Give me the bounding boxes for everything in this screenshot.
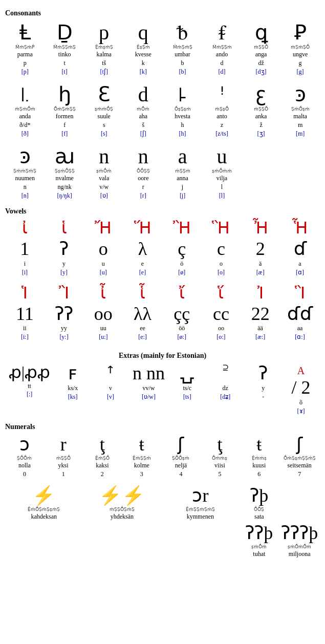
latin-name: vilja — [203, 174, 241, 183]
letter: ž — [243, 121, 279, 130]
ipa: [ɑ:] — [281, 333, 319, 341]
tengwar-glyph: ʃ — [280, 435, 319, 455]
tengwar-name: ṁṢṣṒ — [203, 106, 241, 113]
tengwar-name: ṁṒṁ — [125, 106, 162, 113]
table-cell: Ἱ — [5, 283, 45, 303]
tengwar-glyph: ꜑ — [6, 83, 44, 106]
latin-name: formen — [46, 112, 83, 121]
tengwar-glyph: ꜫ — [243, 83, 279, 106]
table-cell: ꝓ|ꝓꝓ tt [:] — [5, 362, 54, 416]
letter: v/w — [85, 183, 123, 191]
latin-name: aha — [125, 112, 162, 121]
latin-name: e — [124, 260, 161, 268]
table-cell: ꜝ ṁṢṣṒ anto z [z/ts] — [202, 82, 242, 139]
table-cell: ꜿ ṢṁṁṢṁṢ nuumen n [n] — [5, 144, 45, 201]
letter: z — [203, 121, 241, 130]
tengwar-glyph: ἷ — [124, 284, 161, 302]
letter: 5 — [202, 470, 239, 479]
table-cell: 1 i [i] — [5, 238, 45, 277]
letter: b — [164, 59, 201, 68]
table-cell — [82, 522, 161, 560]
letter: 1 — [45, 470, 82, 479]
ipa: [ɑ] — [281, 268, 319, 277]
tengwar-name: ỆṁṒṢṁṢṣṁṢ — [6, 506, 81, 513]
table-cell: d ṁṒṁ aha š [ʃ] — [124, 82, 163, 139]
ipa: [r] — [125, 191, 162, 200]
table-cell: Ⱡ ṀṁṢṁṖ parma p [p] — [5, 20, 45, 77]
table-cell: ʃ ṒṁṢṣṁṢṢṁṢ seitsemän 7 — [279, 434, 320, 480]
letter: 7 — [280, 470, 319, 479]
table-cell: ꜫ ṁṢṢṒ anka ž [ʒ] — [242, 82, 280, 139]
tengwar-glyph: ꜝ — [203, 83, 241, 106]
letter: dž — [243, 59, 279, 68]
table-cell — [5, 522, 82, 560]
latin-name: kvesse — [125, 50, 162, 59]
tengwar-name: ṢṁṁṢṁṢ — [6, 168, 44, 175]
latin-name: u — [84, 260, 122, 268]
tengwar-glyph: a — [164, 145, 201, 168]
ipa: [j] — [164, 191, 201, 200]
table-cell: ʔʔʔþ ṣṁṒṁṒṁ miljoona — [279, 522, 320, 560]
table-cell: cc oo [o:] — [202, 303, 241, 342]
ipa: [ʋ/w] — [131, 393, 167, 401]
ipa: [b] — [164, 68, 201, 76]
table-cell: ⚡ ỆṁṒṢṁṢṣṁṢ kahdeksan — [5, 485, 82, 522]
table-row: ꜿ ṢṁṁṢṁṢ nuumen n [n] ꜷ ṢṣṁṒṢṢ nvalme ng… — [5, 144, 320, 201]
latin-name: ee — [124, 324, 161, 333]
tengwar-glyph: ʃ — [162, 435, 199, 455]
latin-name: yksi — [45, 461, 82, 470]
latin-name: i — [6, 260, 44, 268]
table-cell: ʔʔþ ṣṁṒṁ tuhat — [239, 522, 279, 560]
tengwar-name: ṀṁṢṁṖ — [6, 44, 44, 51]
tengwar-glyph: 2 — [242, 239, 279, 260]
ipa: [dʒ] — [243, 68, 279, 76]
ipa: [ks] — [55, 393, 91, 401]
numerals-heading: Numerals — [5, 422, 320, 432]
letter: 0 — [6, 470, 43, 479]
table-cell: ɔr ỆṁṢṢṁṢṁṢ kymmenen — [161, 485, 239, 522]
table-cell: Ἳ — [280, 283, 320, 303]
table-cell: ἷ — [123, 283, 162, 303]
table-cell — [161, 522, 239, 560]
tengwar-name: ṁṢṢṒṢṁṢ — [83, 506, 160, 513]
tengwar-glyph: ŧ — [123, 435, 160, 455]
latin-name: anga — [243, 50, 279, 59]
table-cell: Ἥ — [123, 218, 162, 238]
ipa: [ɤ] — [283, 407, 319, 416]
tengwar-name: ṁṢṢṒ — [243, 44, 279, 51]
tengwar-glyph: ʔʔþ — [240, 523, 278, 544]
tengwar-name: Ệṁṁṣ — [240, 455, 278, 462]
spacer-row — [5, 77, 320, 82]
latin-name: y — [245, 384, 281, 393]
ipa: [t] — [46, 68, 83, 76]
tengwar-glyph: q — [99, 22, 109, 44]
letter: j — [164, 183, 201, 191]
latin-name: y — [46, 260, 83, 268]
latin-name: oore — [125, 174, 162, 183]
ipa: [l] — [203, 191, 241, 200]
table-cell: r ṁṢṢṒ yksi 1 — [44, 434, 83, 480]
tengwar-glyph: ἴ — [163, 284, 201, 302]
table-cell: ꜕ ṒṣṢṣṁ hvesta h [h] — [163, 82, 202, 139]
latin-name: ii — [6, 324, 44, 333]
ipa: [ʃ] — [125, 130, 162, 138]
ipa: [g] — [281, 68, 319, 76]
tengwar-name: ṀṁṢṁṢ — [164, 44, 201, 51]
table-cell: 22 ää [æ:] — [241, 303, 280, 342]
latin-name: yy — [46, 324, 83, 333]
table-cell: ꜧ ṒṁṢṁṢṢ formen f [f] — [45, 82, 84, 139]
letter: š — [125, 121, 162, 130]
letter: p — [6, 59, 44, 68]
letter: 6 — [240, 470, 278, 479]
latin-name: öö — [163, 324, 201, 333]
tengwar-glyph: Ἤ — [84, 219, 122, 237]
tengwar-glyph: Ꜫ — [85, 83, 123, 106]
spacer-row — [5, 139, 320, 144]
tengwar-name: Ṓṁṁṣ — [202, 455, 239, 462]
table-cell: ᵮ ṀṁṢṢṁ ando d [d] — [202, 20, 242, 77]
latin-name: ks/x — [55, 384, 91, 393]
ipa: [o:] — [203, 333, 240, 341]
table-cell: ɗ a [ɑ] — [280, 238, 320, 277]
table-cell: Ἧ — [280, 218, 320, 238]
tengwar-name: ṁṢṢṒ — [243, 106, 279, 113]
